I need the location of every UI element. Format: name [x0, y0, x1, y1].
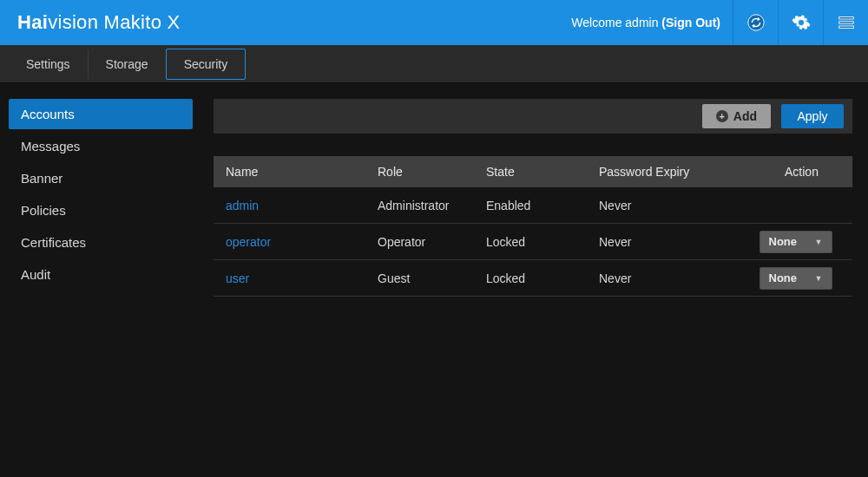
- cell-state: Enabled: [474, 199, 587, 212]
- chevron-down-icon: ▼: [815, 274, 823, 283]
- table-row: admin Administrator Enabled Never: [214, 187, 852, 224]
- col-expiry: Password Expiry: [587, 165, 739, 179]
- cell-expiry: Never: [587, 235, 739, 249]
- cell-action: None ▼: [739, 231, 852, 253]
- sidebar-item-audit[interactable]: Audit: [9, 259, 193, 290]
- nav-tabs: Settings Storage Security: [0, 45, 868, 83]
- action-select-label: None: [769, 271, 798, 284]
- cell-role: Operator: [365, 235, 474, 249]
- table-row: operator Operator Locked Never None ▼: [214, 224, 852, 260]
- apply-button[interactable]: Apply: [781, 104, 844, 128]
- brand-bold: Hai: [17, 11, 48, 33]
- table-header: Name Role State Password Expiry Action: [214, 156, 852, 187]
- action-select[interactable]: None ▼: [760, 267, 832, 290]
- add-button[interactable]: + Add: [702, 104, 771, 128]
- plus-icon: +: [716, 110, 728, 122]
- sidebar-item-policies[interactable]: Policies: [9, 195, 193, 225]
- brand-rest: vision Makito X: [48, 11, 180, 33]
- tab-settings[interactable]: Settings: [9, 49, 88, 79]
- chevron-down-icon: ▼: [815, 238, 823, 246]
- table-row: user Guest Locked Never None ▼: [214, 260, 852, 297]
- action-bar: + Add Apply: [214, 99, 852, 134]
- sidebar-item-accounts[interactable]: Accounts: [9, 99, 193, 129]
- cell-role: Administrator: [365, 199, 474, 212]
- welcome-prefix: Welcome admin: [571, 16, 661, 29]
- account-link[interactable]: admin: [226, 199, 259, 212]
- cell-expiry: Never: [587, 271, 739, 285]
- sidebar-item-certificates[interactable]: Certificates: [9, 227, 193, 258]
- svg-rect-2: [838, 22, 853, 23]
- apply-button-label: Apply: [797, 109, 827, 123]
- svg-point-0: [747, 15, 763, 30]
- cell-role: Guest: [365, 271, 474, 285]
- main-panel: + Add Apply Name Role State Password Exp…: [201, 83, 868, 477]
- cell-action: None ▼: [739, 267, 852, 290]
- col-name: Name: [214, 165, 365, 179]
- menu-icon[interactable]: [823, 0, 868, 45]
- sidebar-item-messages[interactable]: Messages: [9, 131, 193, 161]
- col-action: Action: [739, 165, 852, 179]
- tab-security[interactable]: Security: [166, 49, 247, 80]
- cell-expiry: Never: [587, 199, 739, 212]
- col-state: State: [474, 165, 587, 179]
- cell-state: Locked: [474, 235, 587, 249]
- cell-state: Locked: [474, 271, 587, 285]
- col-role: Role: [365, 165, 474, 179]
- welcome-text: Welcome admin (Sign Out): [571, 16, 720, 29]
- sign-out-link[interactable]: (Sign Out): [661, 16, 720, 29]
- action-select-label: None: [769, 235, 798, 248]
- sidebar-item-banner[interactable]: Banner: [9, 163, 193, 193]
- top-bar: Haivision Makito X Welcome admin (Sign O…: [0, 0, 868, 45]
- brand-logo: Haivision Makito X: [17, 11, 181, 34]
- tab-storage[interactable]: Storage: [88, 49, 166, 79]
- add-button-label: Add: [733, 109, 757, 123]
- svg-rect-1: [838, 17, 853, 19]
- action-select[interactable]: None ▼: [760, 231, 832, 253]
- refresh-icon[interactable]: [733, 0, 778, 45]
- accounts-table: Name Role State Password Expiry Action a…: [214, 156, 852, 297]
- svg-rect-3: [838, 26, 853, 28]
- account-link[interactable]: user: [226, 271, 249, 285]
- sidebar: Accounts Messages Banner Policies Certif…: [0, 83, 201, 477]
- account-link[interactable]: operator: [226, 235, 271, 249]
- gear-icon[interactable]: [778, 0, 823, 45]
